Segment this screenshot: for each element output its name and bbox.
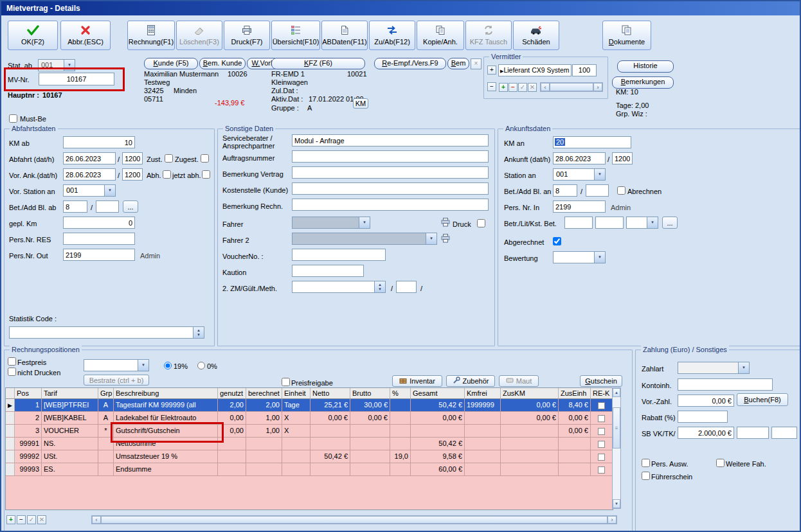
- betr-input-1[interactable]: [564, 217, 593, 229]
- column-header[interactable]: berechnet: [246, 388, 282, 399]
- vermittler-remove-button[interactable]: −: [487, 82, 496, 91]
- scroll-left-icon[interactable]: ‹: [541, 83, 550, 91]
- pers-nr-in-input[interactable]: [553, 200, 606, 213]
- gutschein-button[interactable]: Gutschein: [580, 375, 622, 387]
- dokumente-button[interactable]: Dokumente: [602, 21, 651, 50]
- column-header[interactable]: Netto: [310, 388, 350, 399]
- chevron-down-icon[interactable]: ▼: [594, 169, 605, 180]
- re-k-checkbox[interactable]: [598, 415, 605, 422]
- zubehoer-button[interactable]: Zubehör: [446, 375, 495, 387]
- chevron-down-icon[interactable]: ▼: [104, 185, 115, 196]
- chevron-down-icon[interactable]: ▼: [594, 252, 605, 263]
- kunde-button[interactable]: Kunde (F5): [144, 58, 198, 69]
- mv-nr-input[interactable]: [39, 73, 114, 85]
- bet-an-input[interactable]: [553, 184, 577, 197]
- kaution-input[interactable]: [292, 265, 364, 277]
- kostenstelle-input[interactable]: [292, 182, 489, 195]
- column-header[interactable]: %: [390, 388, 411, 399]
- tarif-combo[interactable]: ▼: [84, 359, 149, 371]
- column-header[interactable]: Kmfrei: [465, 388, 501, 399]
- vermittler-field[interactable]: ▶Lieferant CX9 System: [498, 64, 572, 76]
- column-header[interactable]: genutzt: [218, 388, 246, 399]
- zust-checkbox[interactable]: [165, 154, 173, 163]
- pers-ausw-checkbox[interactable]: [642, 459, 650, 467]
- positions-table[interactable]: PosTarifGrpBeschreibunggenutztberechnetE…: [5, 387, 613, 510]
- re-empf-button[interactable]: Re-Empf./Vers.F9: [374, 58, 446, 69]
- add-bl-ab-input[interactable]: [96, 200, 119, 213]
- preisfreigabe-checkbox[interactable]: [282, 378, 290, 386]
- column-header[interactable]: ZusKM: [501, 388, 559, 399]
- vermittler-scrollbar[interactable]: ‹ ›: [540, 82, 603, 92]
- nicht-drucken-checkbox[interactable]: [8, 368, 16, 376]
- must-be-checkbox[interactable]: [9, 114, 17, 123]
- chevron-down-icon[interactable]: ▼: [359, 217, 370, 228]
- position-row[interactable]: ▶1[WEB]PTFREIATagestarif KM 999999 (all2…: [6, 399, 613, 412]
- column-header[interactable]: Pos: [15, 388, 42, 399]
- buchen-button[interactable]: Buchen(F8): [737, 393, 788, 406]
- chevron-down-icon[interactable]: ▼: [64, 60, 75, 71]
- fahrer2-combo[interactable]: ▼: [292, 233, 437, 245]
- druck-button[interactable]: Druck(F7): [224, 21, 270, 50]
- zahlart-combo[interactable]: ▼: [678, 362, 750, 374]
- re-k-checkbox[interactable]: [598, 466, 605, 474]
- position-row[interactable]: 3VOUCHER*Gutschrift/Gutschein0,001,00X0,…: [6, 425, 613, 438]
- re-k-cell[interactable]: [591, 463, 613, 476]
- zugest-checkbox[interactable]: [201, 154, 209, 163]
- betr-combo[interactable]: ▼: [626, 217, 658, 229]
- zm-extra-input[interactable]: [396, 281, 417, 293]
- print-fahrer2-icon[interactable]: [441, 234, 450, 244]
- festpreis-checkbox[interactable]: [8, 357, 16, 366]
- station-an-combo[interactable]: 001 ▼: [553, 168, 606, 181]
- vat-19-radio[interactable]: [164, 362, 172, 369]
- print-fahrer-icon[interactable]: [441, 218, 450, 228]
- vat-0-radio[interactable]: [197, 362, 205, 369]
- vor-ank-date-input[interactable]: [63, 168, 116, 181]
- bewertung-combo[interactable]: ▼: [553, 251, 606, 263]
- sb-vk-input[interactable]: [678, 427, 734, 439]
- vermittler-add-button[interactable]: +: [487, 66, 496, 75]
- position-row[interactable]: 2[WEB]KABELALadekabel für Elektroauto0,0…: [6, 412, 613, 425]
- betr-more-button[interactable]: ...: [662, 217, 678, 229]
- weitere-fah-checkbox[interactable]: [716, 459, 724, 467]
- sb-extra-input[interactable]: [771, 427, 797, 439]
- kfz-button[interactable]: KFZ (F6): [271, 58, 365, 69]
- add-row-icon[interactable]: +: [6, 515, 15, 524]
- abdaten-button[interactable]: ABDaten(F11): [321, 21, 368, 50]
- voucher-no-input[interactable]: [292, 249, 386, 261]
- spinner-icon[interactable]: ▲▼: [193, 327, 204, 338]
- plus-icon[interactable]: +: [499, 83, 508, 92]
- chevron-down-icon[interactable]: ▼: [426, 233, 437, 244]
- column-header[interactable]: RE-K: [591, 388, 613, 399]
- bem-kunde-button[interactable]: Bem. Kunde: [199, 58, 246, 69]
- abgerechnet-checkbox[interactable]: [553, 237, 561, 245]
- fuehrerschein-checkbox[interactable]: [642, 472, 650, 480]
- more-button[interactable]: ...: [123, 200, 138, 213]
- bemerkung-rechn-input[interactable]: [292, 199, 489, 211]
- chevron-down-icon[interactable]: ▼: [738, 362, 749, 373]
- betr-input-2[interactable]: [595, 217, 624, 229]
- minus-icon[interactable]: −: [509, 83, 518, 92]
- uebersicht-button[interactable]: Übersicht(F10): [271, 21, 320, 50]
- re-k-checkbox[interactable]: [598, 441, 605, 448]
- zu-ab-button[interactable]: Zu/Ab(F12): [369, 21, 415, 50]
- jetzt-abh-checkbox[interactable]: [202, 170, 210, 179]
- vor-ank-time-input[interactable]: [122, 168, 143, 181]
- scroll-right-icon[interactable]: ›: [593, 83, 602, 91]
- bem-button[interactable]: Bem: [447, 58, 469, 69]
- column-header[interactable]: ZusEinh: [559, 388, 591, 399]
- re-k-cell[interactable]: [591, 450, 613, 463]
- bemerkung-vertrag-input[interactable]: [292, 166, 489, 179]
- auftragsnummer-input[interactable]: [292, 150, 489, 163]
- pers-nr-res-input[interactable]: [63, 233, 135, 245]
- kontoinh-input[interactable]: [678, 378, 773, 391]
- re-k-checkbox[interactable]: [598, 402, 605, 409]
- re-k-cell[interactable]: [591, 412, 613, 425]
- column-header[interactable]: Beschreibung: [114, 388, 218, 399]
- druck-checkbox[interactable]: [477, 219, 485, 227]
- statistik-code-combo[interactable]: ▲▼: [9, 326, 204, 339]
- vermittler-number-field[interactable]: 100: [572, 64, 597, 76]
- re-k-cell[interactable]: [591, 399, 613, 412]
- gepl-km-input[interactable]: [63, 217, 135, 229]
- position-row[interactable]: 99993ES.Endsumme60,00 €: [6, 463, 613, 476]
- table-vscrollbar[interactable]: ▲ ≡ ▼: [612, 387, 621, 509]
